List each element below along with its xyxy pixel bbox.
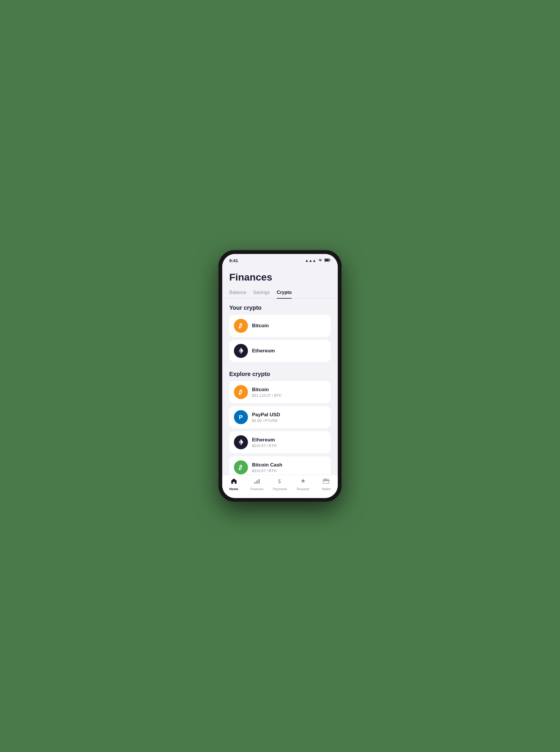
home-icon: [231, 478, 237, 486]
wifi-icon: [318, 258, 323, 263]
explore-paypalusd-icon: P: [234, 410, 248, 424]
payments-icon: $: [277, 478, 283, 486]
tabs-row: Balance Savings Crypto: [222, 290, 338, 298]
explore-crypto-title: Explore crypto: [229, 371, 331, 378]
explore-bitcoincash-info: Bitcoin Cash $210.57 / BTH: [252, 462, 282, 473]
nav-home[interactable]: Home: [225, 478, 243, 491]
nav-payments-label: Payments: [273, 487, 287, 491]
nav-wallet-label: Wallet: [322, 487, 331, 491]
svg-rect-22: [324, 479, 327, 480]
your-crypto-title: Your crypto: [229, 305, 331, 311]
svg-rect-21: [323, 480, 329, 481]
wallet-icon: [323, 478, 329, 486]
tab-crypto[interactable]: Crypto: [277, 290, 292, 298]
status-bar: 9:41 ▲▲▲: [222, 254, 338, 267]
svg-rect-2: [325, 259, 329, 261]
bitcoin-icon: ₿: [234, 319, 248, 333]
explore-ethereum-info: Ethereum $210.57 / ETH: [252, 437, 277, 448]
nav-wallet[interactable]: Wallet: [317, 478, 335, 491]
explore-bitcoin-info: Bitcoin $21,110.57 / BTC: [252, 387, 282, 398]
status-icons: ▲▲▲: [305, 258, 331, 263]
nav-payments[interactable]: $ Payments: [271, 478, 289, 491]
explore-ethereum-icon: [234, 435, 248, 449]
explore-bitcoincash-card[interactable]: ₿ Bitcoin Cash $210.57 / BTH: [229, 456, 331, 475]
signal-icon: ▲▲▲: [305, 258, 316, 263]
explore-paypalusd-info: PayPal USD $1.00 / PYUSD: [252, 412, 280, 423]
your-crypto-section: Your crypto ₿ Bitcoin: [222, 298, 338, 362]
svg-marker-7: [241, 348, 243, 352]
your-ethereum-card[interactable]: Ethereum: [229, 340, 331, 362]
battery-icon: [324, 258, 331, 263]
explore-ethereum-card[interactable]: Ethereum $210.57 / ETH: [229, 431, 331, 454]
nav-rewards-label: Rewards: [297, 487, 309, 491]
svg-text:₿: ₿: [238, 323, 242, 329]
nav-rewards[interactable]: Rewards: [294, 478, 312, 491]
ethereum-icon: [234, 344, 248, 358]
svg-text:$: $: [278, 479, 281, 484]
tab-balance[interactable]: Balance: [229, 290, 246, 298]
nav-finances-label: Finances: [250, 487, 263, 491]
rewards-icon: [300, 478, 306, 486]
status-time: 9:41: [229, 258, 238, 263]
phone-screen: 9:41 ▲▲▲: [222, 254, 338, 498]
svg-rect-18: [258, 479, 260, 484]
nav-finances[interactable]: Finances: [248, 478, 266, 491]
svg-text:₿: ₿: [238, 389, 242, 395]
explore-bitcoin-card[interactable]: ₿ Bitcoin $21,110.57 / BTC: [229, 381, 331, 403]
svg-rect-20: [323, 479, 329, 483]
svg-rect-16: [254, 482, 256, 484]
page-header: Finances: [222, 267, 338, 290]
nav-home-label: Home: [229, 487, 238, 491]
svg-marker-13: [241, 439, 243, 443]
svg-rect-17: [256, 481, 258, 484]
screen-content[interactable]: Finances Balance Savings Crypto Your cry…: [222, 267, 338, 475]
explore-bitcoincash-icon: ₿: [234, 460, 248, 475]
phone-frame: 9:41 ▲▲▲: [219, 250, 341, 502]
explore-crypto-section: Explore crypto ₿ Bitcoin $21,110.57 / BT…: [222, 365, 338, 475]
page-title: Finances: [229, 271, 331, 283]
your-bitcoin-card[interactable]: ₿ Bitcoin: [229, 315, 331, 337]
finances-icon: [254, 478, 260, 486]
svg-text:P: P: [239, 414, 243, 420]
svg-text:₿: ₿: [238, 464, 242, 470]
tab-savings[interactable]: Savings: [253, 290, 270, 298]
explore-paypalusd-card[interactable]: P PayPal USD $1.00 / PYUSD: [229, 406, 331, 428]
explore-bitcoin-icon: ₿: [234, 385, 248, 399]
bottom-nav: Home Finances $ Payment: [222, 475, 338, 498]
bitcoin-name: Bitcoin: [252, 323, 269, 329]
ethereum-name: Ethereum: [252, 348, 275, 354]
svg-rect-1: [330, 259, 331, 261]
